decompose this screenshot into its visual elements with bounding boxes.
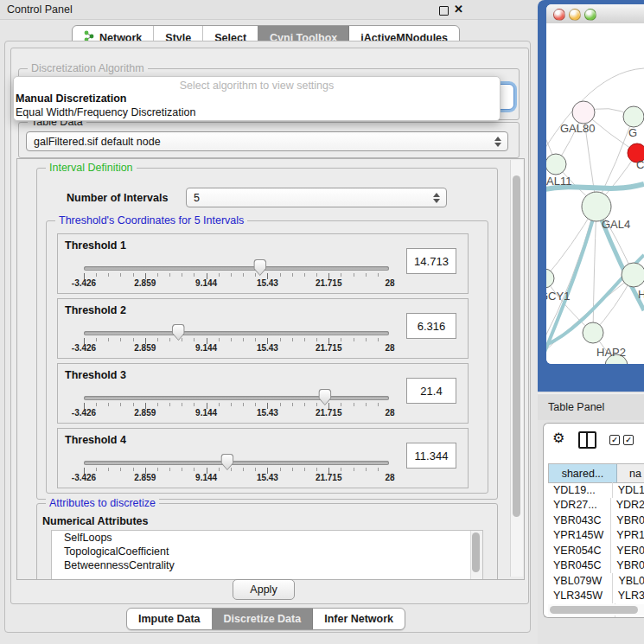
list-item[interactable]: SelfLoops: [52, 531, 482, 545]
control-panel-titlebar: Control Panel ✕: [0, 0, 538, 20]
settings-scroll-panel: Interval Definition Number of Intervals …: [16, 158, 525, 580]
network-window: GAL80 G C GAL11 GAL4 GCY1 H HAP2: [546, 4, 644, 364]
network-canvas[interactable]: GAL80 G C GAL11 GAL4 GCY1 H HAP2: [546, 23, 644, 364]
stepper-arrows-icon: [494, 137, 501, 147]
group-threshold-coordinates-title: Threshold's Coordinates for 5 Intervals: [55, 214, 247, 226]
group-interval-definition-title: Interval Definition: [46, 162, 137, 174]
algorithm-option-equal-width[interactable]: Equal Width/Frequency Discretization: [14, 105, 500, 119]
table-row[interactable]: YBR045C YBR0: [548, 558, 644, 574]
algorithm-dropdown-popup: Select algorithm to view settings Manual…: [13, 76, 501, 121]
float-window-icon[interactable]: [439, 6, 449, 16]
table-row[interactable]: YDL19... YDL1: [548, 482, 644, 498]
panel-title: Control Panel: [7, 3, 73, 16]
table-data-combobox[interactable]: galFiltered.sif default node: [26, 131, 508, 151]
zoom-traffic-light[interactable]: [584, 9, 596, 21]
slider-tick-labels: -3.426 2.859 9.144 15.43 21.715 28: [84, 473, 390, 484]
slider-tick-labels: -3.426 2.859 9.144 15.43 21.715 28: [84, 408, 390, 419]
tab-impute-data[interactable]: Impute Data: [127, 609, 212, 629]
threshold-4-slider[interactable]: [84, 461, 389, 465]
node-hap2: [583, 322, 603, 343]
table-panel-title: Table Panel: [548, 401, 604, 413]
algorithm-option-manual[interactable]: Manual Discretization: [14, 92, 500, 105]
table-row[interactable]: YPR145W YPR1: [548, 528, 644, 544]
apply-button[interactable]: Apply: [233, 579, 295, 600]
network-window-titlebar: [546, 4, 644, 24]
minimize-traffic-light[interactable]: [569, 9, 581, 21]
node-h: [622, 263, 644, 287]
threshold-3-label: Threshold 3: [65, 369, 126, 381]
table-row[interactable]: YLR345W YLR3: [548, 589, 644, 604]
column-header-shared[interactable]: shared...: [548, 464, 617, 482]
gear-icon[interactable]: ⚙: [552, 430, 564, 447]
threshold-2-label: Threshold 2: [65, 304, 126, 316]
group-attributes: Attributes to discretize Numerical Attri…: [36, 503, 498, 580]
column-header-name[interactable]: na: [617, 464, 644, 482]
slider-tick-labels: -3.426 2.859 9.144 15.43 21.715 28: [84, 278, 390, 290]
checkbox-icon[interactable]: ✓: [609, 435, 620, 445]
threshold-2-panel: Threshold 2 -3.426 2.859 9.144 15.43 21.…: [57, 298, 469, 359]
number-of-intervals-value: 5: [194, 192, 200, 204]
algorithm-placeholder-option[interactable]: Select algorithm to view settings: [14, 77, 500, 92]
svg-text:GCY1: GCY1: [546, 290, 570, 303]
table-panel-titlebar: Table Panel: [538, 393, 644, 420]
table-panel: ⚙ ✓ ✓ shared... na YDL19... YDL1 YDR27..…: [543, 423, 644, 618]
list-scrollbar[interactable]: [470, 531, 482, 580]
threshold-3-panel: Threshold 3 -3.426 2.859 9.144 15.43 21.…: [57, 363, 469, 424]
table-row[interactable]: YER054C YER0: [548, 543, 644, 558]
numerical-attributes-list[interactable]: SelfLoops TopologicalCoefficient Between…: [51, 530, 483, 580]
threshold-4-value-field[interactable]: 11.344: [406, 443, 456, 469]
table-data-value: galFiltered.sif default node: [34, 136, 161, 148]
svg-text:GAL80: GAL80: [560, 122, 595, 135]
threshold-1-slider[interactable]: [84, 266, 389, 271]
bottom-tab-bar: Impute Data Discretize Data Infer Networ…: [126, 608, 405, 630]
close-icon[interactable]: ✕: [454, 3, 463, 16]
list-item[interactable]: BetweennessCentrality: [52, 558, 482, 572]
table-horizontal-scrollbar[interactable]: [548, 604, 644, 615]
group-table-data: Table Data galFiltered.sif default node: [18, 122, 520, 158]
svg-text:G: G: [628, 126, 637, 139]
right-pane: GAL80 G C GAL11 GAL4 GCY1 H HAP2 Table P…: [538, 0, 644, 644]
control-panel: Control Panel ✕ Network Style Se: [0, 0, 538, 644]
svg-text:GAL4: GAL4: [602, 218, 630, 231]
application-root: Control Panel ✕ Network Style Se: [0, 0, 644, 644]
threshold-2-value-field[interactable]: 6.316: [406, 313, 456, 339]
table-row[interactable]: YDR27... YDR2: [548, 498, 644, 513]
threshold-1-label: Threshold 1: [65, 239, 126, 252]
node-gcy1: [546, 269, 554, 288]
stepper-arrows-icon: [433, 193, 440, 203]
table-row[interactable]: YBR043C YBR0: [548, 513, 644, 528]
checkbox-icon[interactable]: ✓: [623, 435, 634, 445]
tab-discretize-data[interactable]: Discretize Data: [212, 609, 313, 629]
number-of-intervals-label: Number of Intervals: [67, 192, 168, 204]
group-attributes-title: Attributes to discretize: [46, 497, 159, 509]
node-gal4: [582, 192, 611, 221]
number-of-intervals-combobox[interactable]: 5: [186, 188, 447, 207]
table-row[interactable]: YBL079W YBL0: [548, 573, 644, 589]
threshold-3-slider[interactable]: [84, 396, 389, 400]
svg-text:HAP2: HAP2: [596, 346, 626, 359]
group-interval-definition: Interval Definition Number of Intervals …: [36, 168, 498, 500]
numerical-attributes-label: Numerical Attributes: [42, 515, 148, 527]
table-rows: YDL19... YDL1 YDR27... YDR2 YBR043C YBR0…: [548, 482, 644, 618]
svg-text:GAL11: GAL11: [546, 175, 572, 188]
network-window-frame: GAL80 G C GAL11 GAL4 GCY1 H HAP2: [538, 0, 644, 392]
table-header-row: shared... na: [548, 463, 644, 483]
cyni-toolbox-pane: Discretization Algorithm Select algorith…: [10, 48, 529, 604]
threshold-1-value-field[interactable]: 14.713: [406, 248, 456, 274]
threshold-3-value-field[interactable]: 21.4: [406, 378, 456, 404]
svg-text:C: C: [636, 158, 644, 171]
settings-vertical-scrollbar[interactable]: [510, 160, 523, 577]
group-discretization-algorithm-title: Discretization Algorithm: [28, 62, 148, 74]
threshold-4-label: Threshold 4: [65, 434, 126, 446]
tab-infer-network[interactable]: Infer Network: [312, 609, 405, 629]
node-gal11: [546, 154, 566, 175]
threshold-2-slider[interactable]: [84, 331, 389, 335]
slider-tick-labels: -3.426 2.859 9.144 15.43 21.715 28: [84, 343, 390, 354]
close-traffic-light[interactable]: [553, 9, 565, 21]
columns-icon[interactable]: [578, 431, 596, 449]
threshold-4-panel: Threshold 4 -3.426 2.859 9.144 15.43 21.…: [57, 428, 469, 488]
threshold-1-panel: Threshold 1 -3.426 2.859 9.144 15.43 21.…: [57, 233, 469, 294]
list-item[interactable]: TopologicalCoefficient: [52, 545, 482, 558]
node-gal80: [572, 101, 595, 124]
node-g: [623, 106, 644, 127]
